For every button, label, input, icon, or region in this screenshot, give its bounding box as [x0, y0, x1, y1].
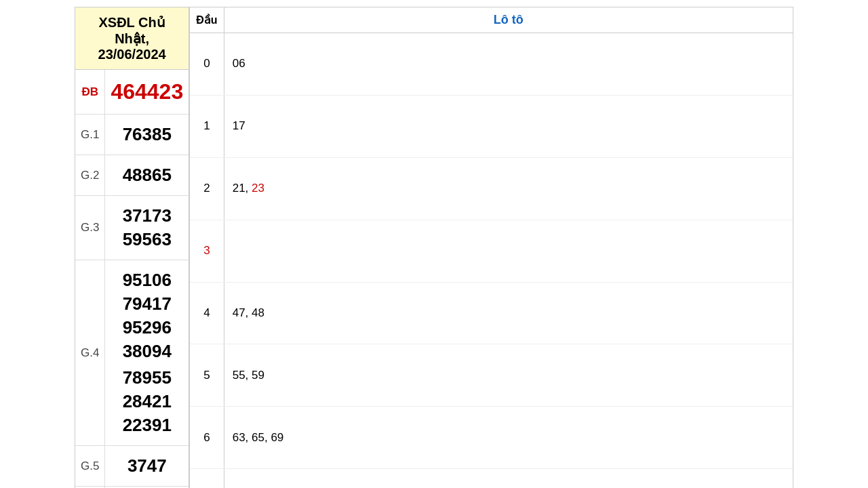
loto-row: 117 — [190, 95, 793, 157]
prize-value: 95106794179529638094789552842122391 — [105, 260, 189, 446]
prize-number: 28421 — [123, 391, 172, 412]
loto-row: 221, 23 — [190, 157, 793, 220]
loto-row: 447, 48 — [190, 282, 793, 344]
loto-table: Đầu Lô tô 006117221, 23 3447, 48555, 596… — [190, 7, 793, 488]
loto-values: 47, 48 — [224, 282, 793, 344]
dau-number: 1 — [190, 95, 224, 157]
loto-number: 63, 65, 69 — [233, 431, 284, 444]
prize-value: 3747 — [105, 446, 189, 487]
loto-number: 55, 59 — [233, 369, 264, 382]
dau-number: 7 — [190, 469, 224, 488]
loto-values: 21, 23 — [224, 157, 793, 220]
prize-number: 95296 — [123, 317, 172, 338]
loto-row: 006 — [190, 33, 793, 96]
results-table: XSĐL Chủ Nhật, 23/06/2024 ĐB464423G.1763… — [75, 7, 190, 488]
prize-value: 464423 — [105, 70, 189, 115]
loto-values: 72, 73 — [224, 469, 793, 488]
loto-number: 21, — [233, 182, 249, 195]
dau-number: 4 — [190, 282, 224, 344]
main-container: XSĐL Chủ Nhật, 23/06/2024 ĐB464423G.1763… — [75, 7, 793, 488]
loto-number: 06 — [233, 57, 245, 70]
loto-values: 55, 59 — [224, 344, 793, 407]
prize-label: G.3 — [75, 196, 105, 260]
table-row: G.33717359563 — [75, 196, 189, 260]
prize-value: 48865 — [105, 155, 189, 196]
dau-header: Đầu — [190, 7, 224, 33]
loto-number: 17 — [233, 119, 245, 132]
table-row: G.248865 — [75, 155, 189, 196]
dau-number: 3 — [190, 220, 224, 282]
loto-row: 772, 73 — [190, 469, 793, 488]
prize-label: G.1 — [75, 115, 105, 155]
loto-row: 3 — [190, 220, 793, 282]
loto-values — [224, 220, 793, 282]
table-row: G.176385 — [75, 115, 189, 155]
dau-number: 5 — [190, 344, 224, 407]
dau-number: 6 — [190, 407, 224, 469]
loto-number: 47, 48 — [233, 306, 264, 319]
prize-number: 79417 — [123, 293, 172, 314]
prize-value: 76385 — [105, 115, 189, 155]
prize-number: 59563 — [123, 229, 172, 250]
prize-number: 95106 — [123, 270, 172, 291]
prize-value: 3717359563 — [105, 196, 189, 260]
prize-number: 78955 — [123, 367, 172, 388]
prize-label: G.4 — [75, 260, 105, 446]
loto-row: 663, 65, 69 — [190, 407, 793, 469]
loto-values: 17 — [224, 95, 793, 157]
prize-number: 38094 — [123, 341, 172, 362]
prize-label: G.5 — [75, 446, 105, 487]
prize-label: G.2 — [75, 155, 105, 196]
table-header: XSĐL Chủ Nhật, 23/06/2024 — [75, 7, 189, 70]
table-row: ĐB464423 — [75, 70, 189, 115]
loto-row: 555, 59 — [190, 344, 793, 407]
dau-number: 2 — [190, 157, 224, 220]
prize-label: ĐB — [75, 70, 105, 115]
prize-number: 37173 — [123, 205, 172, 226]
loto-header: Lô tô — [224, 7, 793, 33]
loto-number: 23 — [252, 182, 264, 195]
table-row: G.53747 — [75, 446, 189, 487]
prize-number: 22391 — [123, 415, 172, 436]
table-row: G.495106794179529638094789552842122391 — [75, 260, 189, 446]
loto-values: 06 — [224, 33, 793, 96]
dau-number: 0 — [190, 33, 224, 96]
loto-values: 63, 65, 69 — [224, 407, 793, 469]
